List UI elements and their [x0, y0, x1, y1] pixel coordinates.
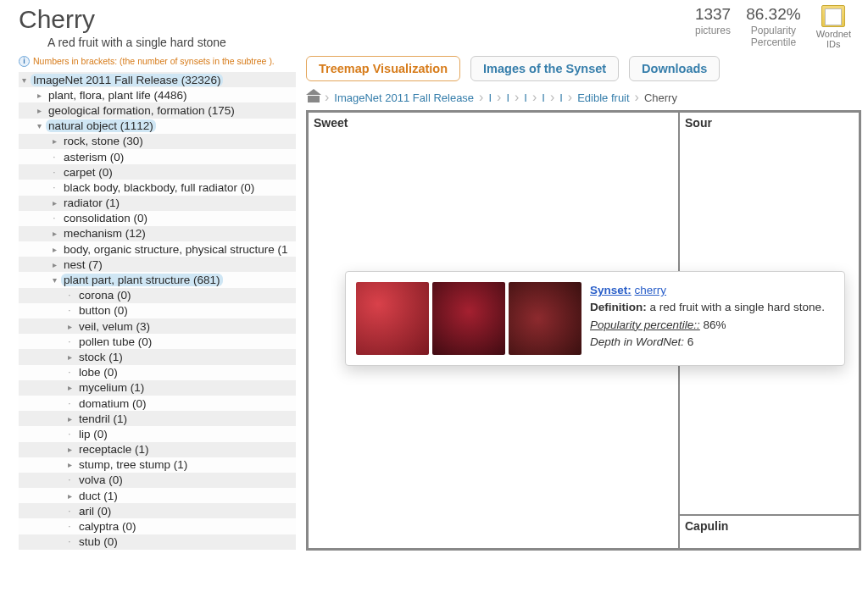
tree-node[interactable]: ▸receptacle (1): [19, 442, 296, 457]
stat-pictures-label: pictures: [695, 25, 731, 36]
tree-node-label[interactable]: ImageNet 2011 Fall Release (32326): [31, 74, 223, 86]
tree-node[interactable]: ·volva (0): [19, 473, 296, 488]
expand-icon[interactable]: ▸: [49, 229, 59, 238]
expand-icon[interactable]: ▸: [64, 460, 75, 469]
tree-node[interactable]: ▾natural object (1112): [19, 119, 296, 134]
tree-node[interactable]: ·aril (0): [19, 503, 296, 518]
tree-node-label[interactable]: stump, tree stump (1): [76, 458, 190, 471]
tree-node[interactable]: ▸plant, flora, plant life (4486): [19, 87, 296, 102]
tree-node-label[interactable]: veil, velum (3): [76, 320, 153, 333]
tree-node-label[interactable]: corona (0): [76, 289, 134, 302]
tree-node-label[interactable]: pollen tube (0): [76, 335, 154, 348]
tree-node[interactable]: ▸geological formation, formation (175): [19, 102, 296, 118]
tree-node-label[interactable]: consolidation (0): [61, 212, 150, 224]
leaf-icon: ·: [64, 368, 75, 377]
expand-icon[interactable]: ▸: [49, 136, 59, 146]
collapse-icon[interactable]: ▾: [34, 121, 44, 130]
breadcrumb-item[interactable]: Edible fruit: [574, 91, 632, 104]
expand-icon[interactable]: ▸: [64, 383, 75, 392]
tooltip-synset-link[interactable]: cherry: [635, 284, 667, 296]
tree-node[interactable]: ▸mechanism (12): [19, 226, 296, 241]
tree-node-label[interactable]: nest (7): [61, 258, 105, 271]
tree-node[interactable]: ▸radiator (1): [19, 196, 296, 211]
expand-icon[interactable]: ▸: [49, 260, 59, 269]
tree-node[interactable]: ·pollen tube (0): [19, 334, 296, 349]
tree-node[interactable]: ▸nest (7): [19, 257, 296, 272]
tree-node[interactable]: ▸duct (1): [19, 488, 296, 503]
tree-node[interactable]: ▸veil, velum (3): [19, 318, 296, 334]
tree-node[interactable]: ▾plant part, plant structure (681): [19, 272, 296, 287]
tree-node-label[interactable]: stock (1): [76, 351, 125, 363]
tree-node-label[interactable]: domatium (0): [76, 397, 149, 410]
tree-node-label[interactable]: lip (0): [76, 428, 110, 440]
breadcrumb-item[interactable]: I: [538, 91, 548, 104]
expand-icon[interactable]: ▸: [49, 198, 59, 208]
tree-node-label[interactable]: receptacle (1): [76, 443, 152, 456]
tree-node-label[interactable]: calyptra (0): [76, 520, 139, 533]
tree-node[interactable]: ·asterism (0): [19, 149, 296, 164]
tree-node-label[interactable]: body, organic structure, physical struct…: [61, 243, 291, 256]
breadcrumb-item[interactable]: I: [520, 91, 531, 104]
wordnet-ids-link[interactable]: Wordnet IDs: [816, 5, 851, 49]
expand-icon[interactable]: ▸: [64, 322, 75, 331]
collapse-icon[interactable]: ▾: [49, 275, 59, 285]
tree-node[interactable]: ▸mycelium (1): [19, 380, 296, 396]
tree-node[interactable]: ·consolidation (0): [19, 211, 296, 226]
tree-node-label[interactable]: stub (0): [76, 535, 120, 548]
tree-node-label[interactable]: button (0): [76, 304, 131, 317]
treemap-cell-capulin[interactable]: Capulin: [679, 515, 860, 549]
tree-node[interactable]: ·lip (0): [19, 426, 296, 441]
tree-node-label[interactable]: mechanism (12): [61, 227, 148, 240]
breadcrumb-item[interactable]: I: [556, 91, 566, 104]
tree-node-label[interactable]: black body, blackbody, full radiator (0): [61, 181, 257, 194]
tree-node-label[interactable]: natural object (1112): [46, 119, 156, 132]
tree-node[interactable]: ▸rock, stone (30): [19, 134, 296, 149]
tooltip-synset-label: Synset:: [590, 284, 632, 296]
expand-icon[interactable]: ▸: [34, 91, 44, 100]
leaf-icon: ·: [49, 168, 59, 177]
tree-node[interactable]: ·calyptra (0): [19, 518, 296, 534]
breadcrumb-item[interactable]: I: [503, 91, 513, 104]
tab-images[interactable]: Images of the Synset: [470, 56, 619, 81]
tree-node-label[interactable]: duct (1): [76, 490, 120, 502]
breadcrumb-item[interactable]: I: [485, 91, 495, 104]
expand-icon[interactable]: ▸: [49, 245, 59, 254]
tree-node[interactable]: ·button (0): [19, 303, 296, 318]
tree-node[interactable]: ·black body, blackbody, full radiator (0…: [19, 180, 296, 195]
tree-node[interactable]: ▸body, organic structure, physical struc…: [19, 241, 296, 257]
tree-node-label[interactable]: geological formation, formation (175): [46, 104, 237, 117]
tree-node-label[interactable]: carpet (0): [61, 166, 115, 179]
tree-node[interactable]: ·lobe (0): [19, 365, 296, 380]
expand-icon[interactable]: ▸: [64, 491, 75, 501]
tree-node-label[interactable]: volva (0): [76, 473, 125, 486]
tree-node-label[interactable]: plant, flora, plant life (4486): [46, 89, 190, 102]
tree-node-label[interactable]: mycelium (1): [76, 381, 147, 394]
collapse-icon[interactable]: ▾: [19, 75, 29, 85]
tree-node-label[interactable]: asterism (0): [61, 151, 126, 163]
tab-downloads[interactable]: Downloads: [629, 56, 720, 81]
tree-node[interactable]: ▾ImageNet 2011 Fall Release (32326): [19, 72, 296, 87]
tree-node[interactable]: ·stub (0): [19, 534, 296, 550]
tree-node[interactable]: ·corona (0): [19, 288, 296, 303]
tree-node-label[interactable]: rock, stone (30): [61, 135, 146, 147]
tree-node[interactable]: ·carpet (0): [19, 164, 296, 180]
tree-node[interactable]: ▸tendril (1): [19, 411, 296, 426]
tree-node-label[interactable]: plant part, plant structure (681): [61, 274, 223, 286]
tree-node-label[interactable]: lobe (0): [76, 366, 120, 379]
tree-node-label[interactable]: aril (0): [76, 505, 114, 518]
stat-percentile-label1: Popularity: [746, 25, 800, 36]
page-title: Cherry: [19, 5, 226, 34]
home-icon[interactable]: [308, 92, 320, 102]
synset-tree[interactable]: ▾ImageNet 2011 Fall Release (32326)▸plan…: [19, 72, 296, 550]
tab-treemap[interactable]: Treemap Visualization: [306, 56, 460, 81]
tree-node-label[interactable]: tendril (1): [76, 413, 130, 425]
tree-node[interactable]: ▸stump, tree stump (1): [19, 457, 296, 473]
expand-icon[interactable]: ▸: [64, 445, 75, 454]
tree-node[interactable]: ·domatium (0): [19, 396, 296, 411]
expand-icon[interactable]: ▸: [34, 106, 44, 115]
tree-node-label[interactable]: radiator (1): [61, 197, 122, 209]
expand-icon[interactable]: ▸: [64, 352, 75, 362]
expand-icon[interactable]: ▸: [64, 414, 75, 424]
breadcrumb-item[interactable]: ImageNet 2011 Fall Release: [331, 91, 477, 104]
tree-node[interactable]: ▸stock (1): [19, 349, 296, 364]
